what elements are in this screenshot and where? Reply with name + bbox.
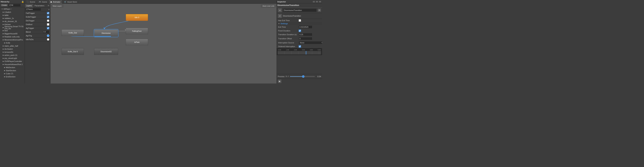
tab-scene[interactable]: ⬛Scene xyxy=(25,0,37,4)
animator-node-idle0[interactable]: Idle 0 xyxy=(126,14,148,21)
hierarchy-item-11[interactable]: ▶Knife xyxy=(0,41,25,44)
param-checkbox-1[interactable] xyxy=(47,16,49,18)
has-exit-time-checkbox[interactable] xyxy=(299,19,301,22)
animator-node-dismissive[interactable]: Dismissive xyxy=(94,29,118,37)
hierarchy-item-22[interactable]: ▶EndSection xyxy=(0,75,25,78)
component-name-field-1[interactable] xyxy=(283,8,316,12)
node-progress-2 xyxy=(94,36,111,37)
fixed-duration-checkbox[interactable] xyxy=(299,29,301,32)
transition-duration-input[interactable] xyxy=(299,33,312,36)
hierarchy-panel: Hierarchy 🔒 Create ▼VRTest++▶LSwitch▶tab… xyxy=(0,0,25,83)
animator-node-knife_out0[interactable]: Knife_Out 0 xyxy=(62,48,84,55)
ordered-interruption-checkbox[interactable] xyxy=(299,45,301,48)
param-item-6[interactable]: AgrTrig xyxy=(25,34,50,37)
hierarchy-item-label-1: LSwitch xyxy=(4,11,11,13)
hierarchy-item-10[interactable]: ▶MovementAnimsetPro xyxy=(0,38,25,41)
settings-header[interactable]: ▼ Settings xyxy=(277,22,322,25)
new-layer-button[interactable]: New Layer xyxy=(51,4,63,7)
hierarchy-item-13[interactable]: ▶ArcSwitch xyxy=(0,47,25,50)
ordered-interruption-row: Ordered Interruption xyxy=(277,45,322,48)
exit-time-input[interactable] xyxy=(299,25,312,28)
animator-node-fallingover[interactable]: FallingOver xyxy=(126,28,148,34)
animator-node-inpain[interactable]: InPain xyxy=(126,39,148,46)
ordered-interruption-label: Ordered Interruption xyxy=(278,45,299,47)
has-exit-time-label: Has Exit Time xyxy=(278,19,299,21)
inspector-maximize-button[interactable]: □ xyxy=(316,1,318,3)
param-item-7[interactable]: IdleToDis xyxy=(25,37,50,41)
hierarchy-item-2[interactable]: ▶table xyxy=(0,14,25,17)
param-item-0[interactable]: FallTrigger xyxy=(25,11,50,15)
hierarchy-item-9[interactable]: ▶Realistic sofa only xyxy=(0,35,25,38)
animator-node-knife_out[interactable]: Knife_Out xyxy=(62,29,84,36)
expand-arrow-7: ▶ xyxy=(3,30,4,31)
preview-slider[interactable] xyxy=(290,76,315,77)
eye-icon[interactable]: 👁 xyxy=(47,4,50,7)
param-number-5[interactable] xyxy=(43,30,49,33)
timeline-track[interactable] xyxy=(278,51,321,54)
hierarchy-item-label-6: Samsung Smart TV 55 Zoll_fbx xyxy=(4,25,24,29)
param-checkbox-4[interactable] xyxy=(47,27,49,29)
tab-label-2: Animator xyxy=(53,1,60,3)
timeline-cursor[interactable] xyxy=(306,51,306,54)
param-item-1[interactable]: KnifeTrigger xyxy=(25,15,50,19)
hierarchy-item-8[interactable]: ▶BiggerHouse00 xyxy=(0,32,25,35)
hierarchy-item-4[interactable]: ▶eb_dresser_01 xyxy=(0,20,25,23)
hierarchy-item-6[interactable]: ▶Samsung Smart TV 55 Zoll_fbx xyxy=(0,26,25,29)
inspector-header: Inspector — □ × xyxy=(277,0,322,3)
auto-live-link-button[interactable]: Auto Live Link xyxy=(261,4,276,7)
hierarchy-item-label-15: action_pack (1) xyxy=(4,54,17,56)
param-checkbox-0[interactable] xyxy=(47,12,49,14)
param-item-3[interactable]: DisBool xyxy=(25,22,50,26)
tab-game[interactable]: 🎮Game xyxy=(37,0,49,4)
transition-offset-input[interactable] xyxy=(299,37,312,40)
param-item-5[interactable]: Blend xyxy=(25,30,50,34)
param-item-4[interactable]: AgTrigger xyxy=(25,26,50,30)
param-radio-6[interactable] xyxy=(47,34,49,37)
hierarchy-item-21[interactable]: ▶Cube (7) xyxy=(0,72,25,75)
component-icon-2: ⇄ xyxy=(278,14,282,18)
hierarchy-search-input[interactable] xyxy=(8,4,20,7)
play-button[interactable]: ▶ xyxy=(278,79,282,83)
hierarchy-item-0[interactable]: ▼VRTest++ xyxy=(0,7,25,10)
tab-asset-store[interactable]: 🛒Asset Store xyxy=(62,0,79,4)
parameters-tab[interactable]: Parameters xyxy=(33,4,46,7)
inspector-close-button[interactable]: × xyxy=(319,1,322,3)
param-radio-2[interactable] xyxy=(47,19,49,22)
hierarchy-item-20[interactable]: ▶StartSection xyxy=(0,69,25,72)
create-button[interactable]: Create xyxy=(1,4,8,6)
hierarchy-item-15[interactable]: ▶action_pack (1) xyxy=(0,54,25,57)
timeline-label-2: 2:00 xyxy=(294,49,297,51)
expand-arrow-5: ▶ xyxy=(3,23,4,25)
inspector-minimize-button[interactable]: — xyxy=(312,1,315,3)
hierarchy-item-16[interactable]: ▶prp_streetLight xyxy=(0,57,25,60)
layers-search-input[interactable] xyxy=(26,8,41,11)
tab-label-1: Game xyxy=(42,1,47,3)
gear-button[interactable]: ⚙ xyxy=(318,8,321,12)
transition-offset-label: Transition Offset xyxy=(278,37,299,40)
param-radio-7[interactable] xyxy=(47,38,49,41)
expand-arrow-17: ▶ xyxy=(3,60,4,62)
param-name-6: AgrTrig xyxy=(26,35,46,37)
hierarchy-item-19[interactable]: ▶MidSection xyxy=(0,66,25,69)
node-label-6: Dissmisive02 xyxy=(101,50,112,53)
interruption-source-select[interactable]: None Source State Destination State Sour… xyxy=(299,41,322,44)
hierarchy-item-12[interactable]: ▶stairs_pillar_half xyxy=(0,44,25,47)
hierarchy-item-17[interactable]: ▶OVRPlayerController xyxy=(0,60,25,63)
hierarchy-item-3[interactable]: ▶radiator_1x xyxy=(0,17,25,20)
hierarchy-item-label-10: MovementAnimsetPro xyxy=(4,39,23,41)
param-name-3: DisBool xyxy=(26,23,46,25)
hierarchy-item-18[interactable]: ▶HouseHollowedTest 2 xyxy=(0,63,25,66)
expand-arrow-9: ▶ xyxy=(3,36,4,37)
animator-node-dissmisive02[interactable]: Dissmisive02 xyxy=(94,48,118,55)
hierarchy-item-1[interactable]: ▶LSwitch xyxy=(0,10,25,14)
expand-arrow-6: ▶ xyxy=(3,27,4,28)
tab-icon-2: ▶ xyxy=(51,1,52,3)
tab-animator[interactable]: ▶Animator xyxy=(49,0,62,4)
param-checkbox-3[interactable] xyxy=(47,23,49,26)
hierarchy-item-14[interactable]: ▶terraced3c xyxy=(0,50,25,54)
param-item-2[interactable]: DisTrigger xyxy=(25,19,50,22)
layers-tab[interactable]: Layers xyxy=(25,4,33,7)
transition-duration-label: Transition Duration (s) xyxy=(278,33,299,35)
animator-graph[interactable]: New Layer Auto Live Link Idle 0Knife_Out… xyxy=(50,4,276,83)
add-layer-button[interactable]: + xyxy=(48,8,50,10)
